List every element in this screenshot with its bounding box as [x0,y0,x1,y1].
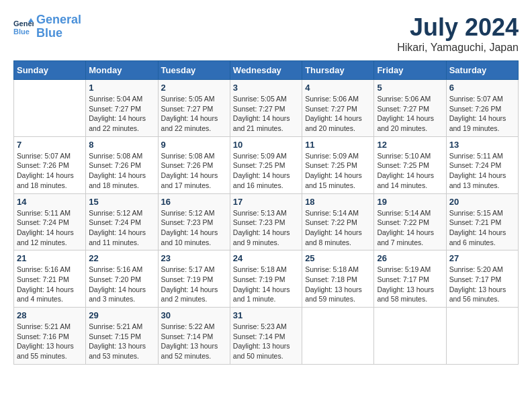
header-cell-friday: Friday [374,61,446,80]
day-cell [446,308,518,365]
day-info: Sunrise: 5:10 AMSunset: 7:25 PMDaylight:… [377,151,443,191]
day-cell [14,80,86,137]
week-row-5: 28Sunrise: 5:21 AMSunset: 7:16 PMDayligh… [14,308,519,365]
day-cell: 10Sunrise: 5:09 AMSunset: 7:25 PMDayligh… [230,136,302,193]
day-number: 2 [161,83,227,93]
week-row-1: 1Sunrise: 5:04 AMSunset: 7:27 PMDaylight… [14,80,519,137]
day-info: Sunrise: 5:11 AMSunset: 7:24 PMDaylight:… [449,151,515,191]
day-cell: 17Sunrise: 5:13 AMSunset: 7:23 PMDayligh… [230,193,302,250]
week-row-4: 21Sunrise: 5:16 AMSunset: 7:21 PMDayligh… [14,250,519,308]
day-cell: 4Sunrise: 5:06 AMSunset: 7:27 PMDaylight… [302,80,374,137]
day-info: Sunrise: 5:07 AMSunset: 7:26 PMDaylight:… [449,94,515,134]
day-info: Sunrise: 5:18 AMSunset: 7:18 PMDaylight:… [305,265,371,304]
day-number: 1 [89,83,154,93]
header-cell-tuesday: Tuesday [158,61,230,80]
day-info: Sunrise: 5:21 AMSunset: 7:15 PMDaylight:… [89,322,154,361]
day-info: Sunrise: 5:12 AMSunset: 7:23 PMDaylight:… [161,208,227,248]
day-number: 24 [233,253,299,263]
day-info: Sunrise: 5:09 AMSunset: 7:25 PMDaylight:… [233,151,299,191]
day-cell: 23Sunrise: 5:17 AMSunset: 7:19 PMDayligh… [158,250,230,308]
day-info: Sunrise: 5:12 AMSunset: 7:24 PMDaylight:… [89,208,154,248]
day-cell: 9Sunrise: 5:08 AMSunset: 7:26 PMDaylight… [158,136,230,193]
day-cell: 21Sunrise: 5:16 AMSunset: 7:21 PMDayligh… [14,250,86,308]
day-cell: 8Sunrise: 5:08 AMSunset: 7:26 PMDaylight… [86,136,158,193]
day-number: 14 [17,197,83,207]
day-cell: 28Sunrise: 5:21 AMSunset: 7:16 PMDayligh… [14,308,86,365]
day-cell: 24Sunrise: 5:18 AMSunset: 7:19 PMDayligh… [230,250,302,308]
day-info: Sunrise: 5:15 AMSunset: 7:21 PMDaylight:… [449,208,515,248]
day-cell: 30Sunrise: 5:22 AMSunset: 7:14 PMDayligh… [158,308,230,365]
day-number: 31 [233,310,299,320]
day-info: Sunrise: 5:05 AMSunset: 7:27 PMDaylight:… [161,94,227,134]
day-cell: 6Sunrise: 5:07 AMSunset: 7:26 PMDaylight… [446,80,518,137]
header-cell-thursday: Thursday [302,61,374,80]
day-cell: 20Sunrise: 5:15 AMSunset: 7:21 PMDayligh… [446,193,518,250]
day-info: Sunrise: 5:23 AMSunset: 7:14 PMDaylight:… [233,322,299,361]
day-info: Sunrise: 5:06 AMSunset: 7:27 PMDaylight:… [377,94,443,134]
day-info: Sunrise: 5:17 AMSunset: 7:19 PMDaylight:… [161,265,227,304]
day-info: Sunrise: 5:08 AMSunset: 7:26 PMDaylight:… [89,151,154,191]
day-info: Sunrise: 5:11 AMSunset: 7:24 PMDaylight:… [17,208,83,248]
day-number: 10 [233,140,299,150]
week-row-3: 14Sunrise: 5:11 AMSunset: 7:24 PMDayligh… [14,193,519,250]
day-cell [302,308,374,365]
day-cell: 11Sunrise: 5:09 AMSunset: 7:25 PMDayligh… [302,136,374,193]
day-info: Sunrise: 5:07 AMSunset: 7:26 PMDaylight:… [17,151,83,191]
day-number: 20 [449,197,515,207]
day-number: 29 [89,310,154,320]
day-number: 27 [449,253,515,263]
day-cell: 15Sunrise: 5:12 AMSunset: 7:24 PMDayligh… [86,193,158,250]
day-cell: 14Sunrise: 5:11 AMSunset: 7:24 PMDayligh… [14,193,86,250]
svg-text:Blue: Blue [13,28,30,36]
day-number: 21 [17,253,83,263]
day-info: Sunrise: 5:14 AMSunset: 7:22 PMDaylight:… [377,208,443,248]
day-number: 28 [17,310,83,320]
day-number: 30 [161,310,227,320]
day-number: 5 [377,83,443,93]
day-number: 19 [377,197,443,207]
subtitle: Hikari, Yamaguchi, Japan [397,42,519,54]
logo: General Blue General Blue [13,13,81,40]
day-info: Sunrise: 5:06 AMSunset: 7:27 PMDaylight:… [305,94,371,134]
day-cell: 16Sunrise: 5:12 AMSunset: 7:23 PMDayligh… [158,193,230,250]
day-number: 12 [377,140,443,150]
day-number: 16 [161,197,227,207]
header-cell-saturday: Saturday [446,61,518,80]
day-number: 7 [17,140,83,150]
day-info: Sunrise: 5:05 AMSunset: 7:27 PMDaylight:… [233,94,299,134]
day-cell: 25Sunrise: 5:18 AMSunset: 7:18 PMDayligh… [302,250,374,308]
day-number: 3 [233,83,299,93]
day-number: 13 [449,140,515,150]
day-info: Sunrise: 5:20 AMSunset: 7:17 PMDaylight:… [449,265,515,304]
day-cell: 26Sunrise: 5:19 AMSunset: 7:17 PMDayligh… [374,250,446,308]
header: General Blue General Blue July 2024 Hika… [13,13,519,54]
day-info: Sunrise: 5:13 AMSunset: 7:23 PMDaylight:… [233,208,299,248]
day-number: 22 [89,253,154,263]
day-info: Sunrise: 5:16 AMSunset: 7:21 PMDaylight:… [17,265,83,304]
title-area: July 2024 Hikari, Yamaguchi, Japan [397,13,519,54]
day-info: Sunrise: 5:08 AMSunset: 7:26 PMDaylight:… [161,151,227,191]
week-row-2: 7Sunrise: 5:07 AMSunset: 7:26 PMDaylight… [14,136,519,193]
day-info: Sunrise: 5:21 AMSunset: 7:16 PMDaylight:… [17,322,83,361]
day-number: 8 [89,140,154,150]
day-info: Sunrise: 5:19 AMSunset: 7:17 PMDaylight:… [377,265,443,304]
day-cell [374,308,446,365]
day-info: Sunrise: 5:09 AMSunset: 7:25 PMDaylight:… [305,151,371,191]
day-cell: 31Sunrise: 5:23 AMSunset: 7:14 PMDayligh… [230,308,302,365]
day-cell: 7Sunrise: 5:07 AMSunset: 7:26 PMDaylight… [14,136,86,193]
logo-text-line2: Blue [36,27,81,40]
day-cell: 27Sunrise: 5:20 AMSunset: 7:17 PMDayligh… [446,250,518,308]
day-number: 23 [161,253,227,263]
calendar-table: SundayMondayTuesdayWednesdayThursdayFrid… [13,60,519,365]
day-cell: 29Sunrise: 5:21 AMSunset: 7:15 PMDayligh… [86,308,158,365]
logo-icon: General Blue [13,17,34,37]
header-cell-wednesday: Wednesday [230,61,302,80]
day-info: Sunrise: 5:04 AMSunset: 7:27 PMDaylight:… [89,94,154,134]
day-info: Sunrise: 5:18 AMSunset: 7:19 PMDaylight:… [233,265,299,304]
day-info: Sunrise: 5:22 AMSunset: 7:14 PMDaylight:… [161,322,227,361]
day-number: 26 [377,253,443,263]
logo-text-line1: General [36,13,81,27]
day-number: 18 [305,197,371,207]
header-cell-sunday: Sunday [14,61,86,80]
main-title: July 2024 [397,13,519,42]
